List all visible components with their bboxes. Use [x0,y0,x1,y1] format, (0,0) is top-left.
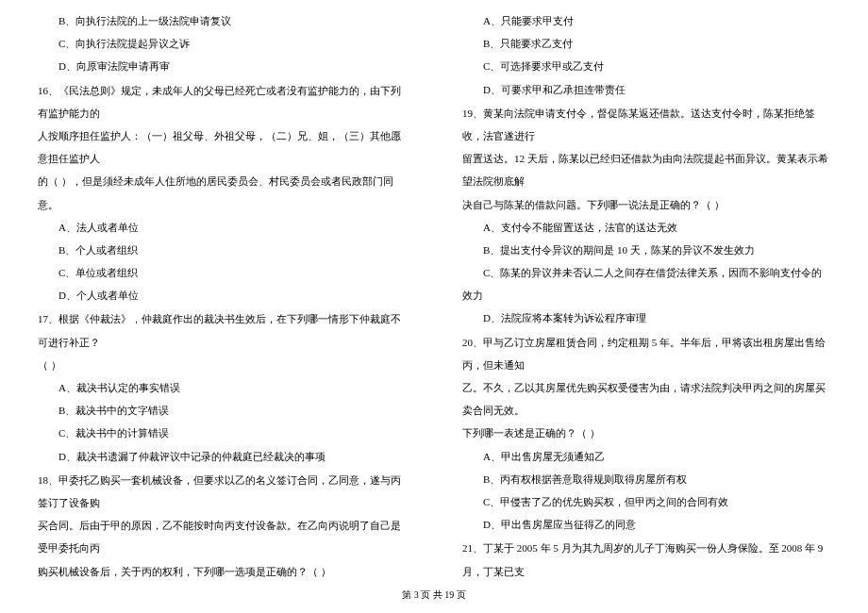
q18-line1: 18、甲委托乙购买一套机械设备，但要求以乙的名义签订合同，乙同意，遂与丙签订了设… [38,469,406,514]
q19-line2: 留置送达。12 天后，陈某以已经归还借款为由向法院提起书面异议。黄某表示希望法院… [462,147,830,192]
q18-opt-a: A、只能要求甲支付 [462,9,830,32]
q18-line3: 购买机械设备后，关于丙的权利，下列哪一选项是正确的？（ ） [38,560,406,583]
q16-line1: 16、《民法总则》规定，未成年人的父母已经死亡或者没有监护能力的，由下列有监护能… [38,79,406,124]
q20-line3: 下列哪一表述是正确的？（ ） [462,422,830,444]
q17-opt-c: C、裁决书中的计算错误 [38,422,406,444]
q20-opt-b: B、丙有权根据善意取得规则取得房屋所有权 [462,468,830,490]
q20-line2: 乙。不久，乙以其房屋优先购买权受侵害为由，请求法院判决甲丙之间的房屋买卖合同无效… [462,376,830,422]
q17-opt-d: D、裁决书遗漏了仲裁评议中记录的仲裁庭已经裁决的事项 [38,445,406,468]
opt-b: B、向执行法院的上一级法院申请复议 [38,9,406,32]
q18-opt-d: D、可要求甲和乙承担连带责任 [462,78,830,101]
q19-line3: 决自己与陈某的借款问题。下列哪一说法是正确的？（ ） [462,193,830,216]
q20-line1: 20、甲与乙订立房屋租赁合同，约定租期 5 年。半年后，甲将该出租房屋出售给丙，… [462,331,830,376]
q16-line2: 人按顺序担任监护人：（一）祖父母、外祖父母，（二）兄、姐，（三）其他愿意担任监护… [38,124,406,170]
q17-line1: 17、根据《仲裁法》，仲裁庭作出的裁决书生效后，在下列哪一情形下仲裁庭不可进行补… [38,307,406,353]
q21-line1: 21、丁某于 2005 年 5 月为其九周岁的儿子丁海购买一份人身保险。至 20… [462,537,830,582]
opt-c: C、向执行法院提起异议之诉 [38,32,406,55]
q20-opt-c: C、甲侵害了乙的优先购买权，但甲丙之间的合同有效 [462,490,830,513]
q16-opt-a: A、法人或者单位 [38,216,406,239]
q17-opt-a: A、裁决书认定的事实错误 [38,376,406,399]
page-footer: 第 3 页 共 19 页 [0,585,868,605]
q16-opt-b: B、个人或者组织 [38,239,406,261]
q19-opt-c: C、陈某的异议并未否认二人之间存在借贷法律关系，因而不影响支付令的效力 [462,261,830,306]
q19-opt-b: B、提出支付令异议的期间是 10 天，陈某的异议不发生效力 [462,239,830,261]
q16-opt-c: C、单位或者组织 [38,261,406,284]
opt-d: D、向原审法院申请再审 [38,55,406,77]
q16-line3: 的（ ），但是须经未成年人住所地的居民委员会、村民委员会或者民政部门同意。 [38,170,406,215]
q19-opt-a: A、支付令不能留置送达，法官的送达无效 [462,216,830,239]
q18-opt-b: B、只能要求乙支付 [462,32,830,55]
q20-opt-a: A、甲出售房屋无须通知乙 [462,445,830,468]
q19-line1: 19、黄某向法院申请支付令，督促陈某返还借款。送达支付令时，陈某拒绝签收，法官遂… [462,102,830,147]
q20-opt-d: D、甲出售房屋应当征得乙的同意 [462,513,830,536]
q19-opt-d: D、法院应将本案转为诉讼程序审理 [462,306,830,329]
q16-opt-d: D、个人或者单位 [38,284,406,306]
q18-line2: 买合同。后由于甲的原因，乙不能按时向丙支付设备款。在乙向丙说明了自己是受甲委托向… [38,514,406,559]
q18-opt-c: C、可选择要求甲或乙支付 [462,55,830,77]
q17-line2: （ ） [38,354,406,376]
q17-opt-b: B、裁决书中的文字错误 [38,399,406,422]
